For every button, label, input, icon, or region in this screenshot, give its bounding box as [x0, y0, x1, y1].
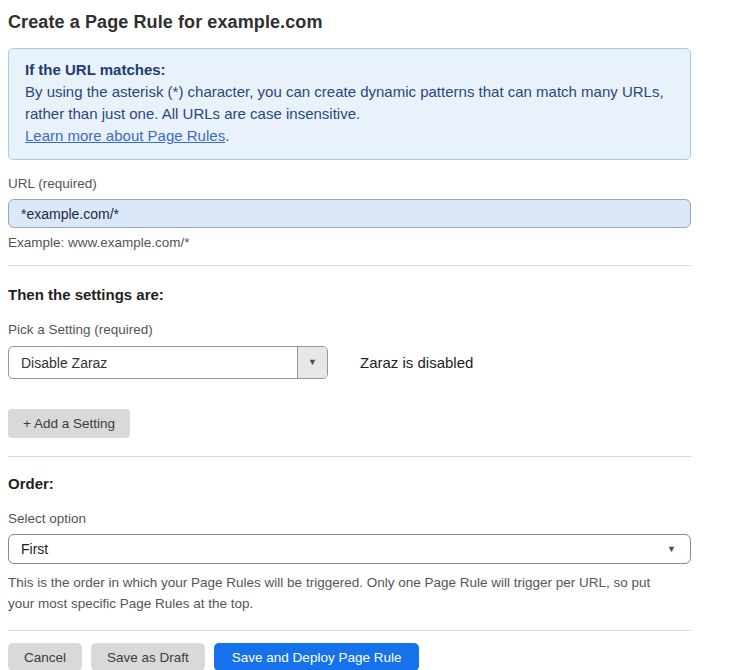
order-select-value: First: [21, 541, 48, 557]
url-input-value: *example.com/*: [21, 206, 119, 222]
settings-section-heading: Then the settings are:: [8, 286, 691, 303]
order-section-heading: Order:: [8, 475, 691, 492]
info-link-line: Learn more about Page Rules.: [25, 125, 674, 147]
order-select-label: Select option: [8, 510, 691, 528]
order-select[interactable]: First ▼: [8, 534, 691, 564]
setting-dropdown-value: Disable Zaraz: [9, 347, 297, 378]
url-example-hint: Example: www.example.com/*: [8, 235, 691, 250]
setting-picker-label: Pick a Setting (required): [8, 321, 691, 339]
divider-settings-order: [8, 456, 691, 457]
info-box-heading: If the URL matches:: [25, 59, 674, 81]
cancel-button[interactable]: Cancel: [8, 643, 82, 670]
setting-row: Disable Zaraz ▼ Zaraz is disabled: [8, 346, 691, 379]
setting-dropdown-arrow-button[interactable]: ▼: [297, 347, 327, 378]
url-match-info-box: If the URL matches: By using the asteris…: [8, 48, 691, 160]
chevron-down-icon: ▼: [308, 358, 317, 367]
setting-dropdown[interactable]: Disable Zaraz ▼: [8, 346, 328, 379]
divider-url-settings: [8, 265, 691, 266]
add-setting-button[interactable]: + Add a Setting: [8, 409, 130, 438]
learn-more-link[interactable]: Learn more about Page Rules: [25, 127, 225, 144]
save-deploy-button[interactable]: Save and Deploy Page Rule: [214, 643, 420, 670]
setting-status-text: Zaraz is disabled: [360, 354, 473, 371]
url-input[interactable]: *example.com/*: [8, 199, 691, 228]
link-suffix: .: [225, 127, 229, 144]
page-title: Create a Page Rule for example.com: [8, 12, 691, 33]
save-draft-button[interactable]: Save as Draft: [91, 643, 205, 670]
info-box-body: By using the asterisk (*) character, you…: [25, 81, 665, 125]
form-actions: Cancel Save as Draft Save and Deploy Pag…: [8, 643, 691, 670]
page-rule-form: Create a Page Rule for example.com If th…: [0, 0, 691, 670]
order-help-text: This is the order in which your Page Rul…: [8, 572, 678, 614]
divider-order-actions: [8, 630, 691, 631]
chevron-down-icon: ▼: [667, 545, 676, 554]
url-field-label: URL (required): [8, 175, 691, 193]
